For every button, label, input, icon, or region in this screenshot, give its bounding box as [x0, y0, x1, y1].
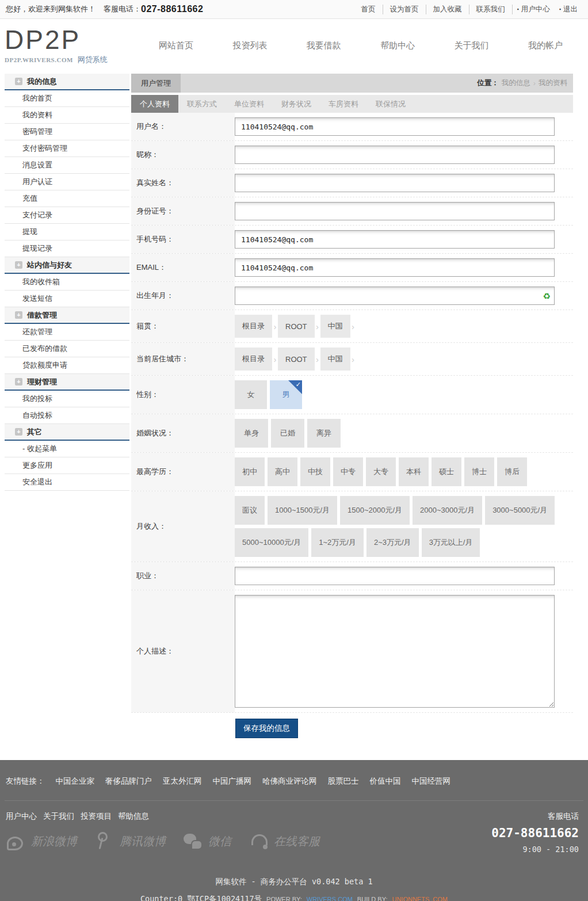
build-by-link[interactable]: UNIONNETS .COM: [392, 896, 448, 901]
origin-path-button[interactable]: 根目录: [235, 315, 272, 338]
footer-nav-link[interactable]: 用户中心: [6, 811, 37, 822]
nav-item[interactable]: 投资列表: [232, 40, 267, 51]
education-option[interactable]: 本科: [399, 457, 429, 486]
nav-item[interactable]: 关于我们: [455, 40, 489, 51]
friend-link[interactable]: 中国经营网: [412, 776, 451, 787]
friend-link[interactable]: 亚太外汇网: [163, 776, 202, 787]
power-by-link[interactable]: WRIVERS.COM: [307, 896, 353, 901]
topbar-link[interactable]: 联系我们: [469, 5, 513, 14]
marital-option[interactable]: 单身: [235, 419, 268, 448]
income-option[interactable]: 2000~3000元/月: [413, 496, 482, 525]
save-button[interactable]: 保存我的信息: [235, 719, 298, 738]
topbar-link[interactable]: 首页: [354, 5, 383, 14]
education-option[interactable]: 高中: [268, 457, 297, 486]
income-option[interactable]: 3万元以上/月: [422, 528, 480, 557]
email-input[interactable]: [235, 258, 555, 277]
income-option[interactable]: 1~2万元/月: [311, 528, 364, 557]
friend-link[interactable]: 价值中国: [370, 776, 401, 787]
logo[interactable]: DP2P DP2P.WRIVERS.COM 网贷系统: [5, 26, 142, 65]
nav-item[interactable]: 网站首页: [159, 40, 193, 51]
sidebar-item[interactable]: + 我的首页: [5, 90, 129, 107]
sidebar-item[interactable]: + 我的投标: [5, 391, 129, 407]
social-link[interactable]: 在线客服: [249, 831, 320, 852]
date-picker-icon[interactable]: ♻: [543, 292, 551, 300]
city-path-button[interactable]: ROOT: [278, 348, 315, 371]
social-link[interactable]: 新浪微博: [6, 831, 77, 852]
sidebar-item[interactable]: + 消息设置: [5, 157, 129, 174]
occupation-input[interactable]: [235, 567, 555, 585]
footer-nav-link[interactable]: 关于我们: [43, 811, 74, 822]
income-option[interactable]: 1000~1500元/月: [268, 496, 337, 525]
sidebar-item[interactable]: + 充值: [5, 190, 129, 207]
social-link[interactable]: 微信: [183, 831, 231, 852]
sidebar-item[interactable]: + 还款管理: [5, 324, 129, 341]
footer-nav-link[interactable]: 帮助信息: [118, 811, 149, 822]
sidebar-item[interactable]: + 支付密码管理: [5, 140, 129, 157]
topbar-user-link[interactable]: ▪ 退出: [555, 5, 582, 14]
education-option[interactable]: 博士: [464, 457, 494, 486]
mobile-input[interactable]: [235, 230, 555, 249]
gender-option[interactable]: 女 ✓: [235, 380, 267, 409]
profile-tab[interactable]: 车房资料: [320, 95, 367, 113]
profile-tab[interactable]: 单位资料: [226, 95, 273, 113]
income-option[interactable]: 5000~10000元/月: [235, 528, 308, 557]
birth-input[interactable]: [235, 287, 555, 305]
sidebar-item[interactable]: + 理财管理: [5, 374, 129, 391]
topbar-link[interactable]: 设为首页: [383, 5, 426, 14]
sidebar-item[interactable]: + 我的信息: [5, 74, 129, 90]
username-input[interactable]: [235, 117, 555, 136]
sidebar-item[interactable]: + 支付记录: [5, 207, 129, 224]
topbar-link[interactable]: 加入收藏: [426, 5, 469, 14]
sidebar-item[interactable]: + 用户认证: [5, 174, 129, 190]
city-path-button[interactable]: 根目录: [235, 348, 272, 371]
sidebar-item[interactable]: + 其它: [5, 424, 129, 441]
profile-tab[interactable]: 财务状况: [273, 95, 320, 113]
gender-option[interactable]: 男 ✓: [270, 380, 302, 409]
nav-item[interactable]: 帮助中心: [380, 40, 415, 51]
profile-tab[interactable]: 联系方式: [178, 95, 226, 113]
education-option[interactable]: 初中: [235, 457, 265, 486]
education-option[interactable]: 大专: [366, 457, 396, 486]
income-option[interactable]: 面议: [235, 496, 265, 525]
friend-link[interactable]: 股票巴士: [328, 776, 359, 787]
sidebar-item[interactable]: + 更多应用: [5, 457, 129, 474]
profile-tab[interactable]: 联保情况: [367, 95, 414, 113]
sidebar-item[interactable]: + 密码管理: [5, 124, 129, 140]
sidebar-item[interactable]: + 安全退出: [5, 474, 129, 491]
sidebar-item[interactable]: + 我的收件箱: [5, 274, 129, 291]
footer-nav-link[interactable]: 投资项目: [81, 811, 112, 822]
social-link[interactable]: 腾讯微博: [94, 831, 166, 852]
income-option[interactable]: 3000~5000元/月: [485, 496, 555, 525]
sidebar-item[interactable]: + 已发布的借款: [5, 341, 129, 357]
city-path-button[interactable]: 中国: [320, 348, 350, 371]
sidebar-item[interactable]: + 我的资料: [5, 107, 129, 124]
realname-input[interactable]: [235, 174, 555, 192]
description-textarea[interactable]: [235, 595, 555, 708]
origin-path-button[interactable]: ROOT: [278, 315, 315, 338]
friend-link[interactable]: 中国广播网: [213, 776, 252, 787]
sidebar-item[interactable]: + 贷款额度申请: [5, 357, 129, 374]
origin-path-button[interactable]: 中国: [320, 315, 350, 338]
sidebar-item[interactable]: + 提现: [5, 224, 129, 240]
education-option[interactable]: 硕士: [432, 457, 461, 486]
friend-link[interactable]: 中国企业家: [56, 776, 95, 787]
nav-item[interactable]: 我要借款: [307, 40, 341, 51]
friend-link[interactable]: 哈佛商业评论网: [262, 776, 317, 787]
nav-item[interactable]: 我的帐户: [528, 40, 563, 51]
sidebar-item[interactable]: + 提现记录: [5, 240, 129, 257]
income-option[interactable]: 1500~2000元/月: [340, 496, 410, 525]
friend-link[interactable]: 奢侈品牌门户: [105, 776, 152, 787]
education-option[interactable]: 中技: [300, 457, 330, 486]
sidebar-item[interactable]: + 发送短信: [5, 291, 129, 307]
education-option[interactable]: 博后: [497, 457, 527, 486]
profile-tab[interactable]: 个人资料: [131, 95, 178, 113]
sidebar-item[interactable]: + 自动投标: [5, 407, 129, 424]
sidebar-item[interactable]: + - 收起菜单: [5, 441, 129, 457]
sidebar-item[interactable]: + 站内信与好友: [5, 257, 129, 274]
idcard-input[interactable]: [235, 202, 555, 220]
breadcrumb-link[interactable]: 我的信息: [502, 78, 530, 88]
marital-option[interactable]: 离异: [307, 419, 341, 448]
sidebar-item[interactable]: + 借款管理: [5, 307, 129, 324]
topbar-user-link[interactable]: ▪ 用户中心: [513, 5, 555, 14]
income-option[interactable]: 2~3万元/月: [366, 528, 419, 557]
